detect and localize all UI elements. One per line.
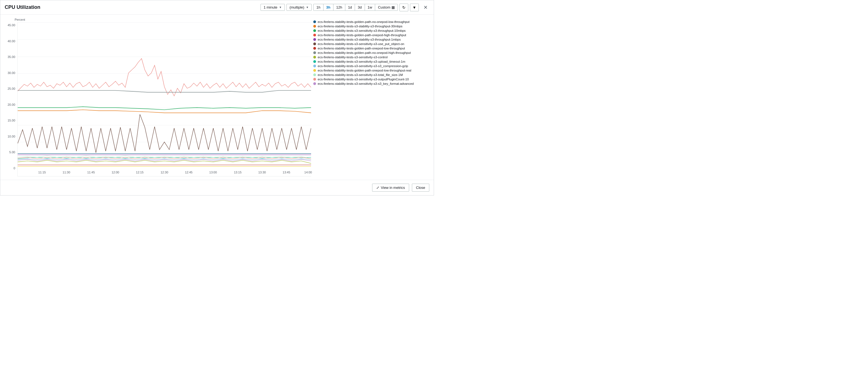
y-tick-10: 10.00 — [7, 135, 15, 138]
y-tick-5: 5.00 — [9, 151, 15, 154]
calendar-icon: ▦ — [392, 5, 395, 9]
interval-label: 1 minute — [264, 5, 277, 9]
x-tick-1300: 13:00 — [209, 171, 217, 174]
legend-dot-6 — [313, 47, 316, 50]
x-tick-1330: 13:30 — [258, 171, 266, 174]
line-green — [18, 106, 311, 110]
line-brown — [18, 114, 311, 153]
legend-label-3: ecs-firelens-stability-tests-golden-path… — [318, 33, 406, 37]
modal-content: Percent 45.00 40.00 35.00 30.00 25.00 20… — [0, 14, 434, 180]
custom-label: Custom — [378, 5, 390, 9]
view-in-metrics-label: View in metrics — [381, 186, 405, 190]
refresh-icon: ↻ — [402, 5, 406, 10]
time-range-group: 1h 3h 12h 1d 3d 1w Custom ▦ — [313, 4, 398, 11]
header-controls: 1 minute ▼ (multiple) ▼ 1h 3h 12h 1d 3d … — [260, 4, 429, 11]
legend-label-14: ecs-firelens-stability-tests-s3-sensitiv… — [318, 82, 414, 85]
legend-dot-7 — [313, 52, 316, 54]
x-tick-1230: 12:30 — [160, 171, 168, 174]
y-tick-35: 35.00 — [7, 55, 15, 59]
x-tick-1400: 14:00 — [304, 171, 312, 174]
legend-item-3: ecs-firelens-stability-tests-golden-path… — [313, 33, 429, 37]
stat-label: (multiple) — [289, 5, 304, 9]
time-btn-3h[interactable]: 3h — [323, 4, 334, 10]
custom-btn[interactable]: Custom ▦ — [375, 4, 398, 10]
legend-dot-5 — [313, 42, 316, 45]
line-olive — [18, 160, 311, 163]
interval-arrow: ▼ — [279, 6, 282, 9]
close-header-icon: ✕ — [424, 4, 428, 10]
time-btn-1h[interactable]: 1h — [314, 4, 323, 10]
x-tick-1245: 12:45 — [185, 171, 192, 174]
x-tick-1345: 13:45 — [283, 171, 290, 174]
y-tick-0: 0 — [13, 166, 15, 170]
legend-label-2: ecs-firelens-stability-tests-s3-sensitiv… — [318, 29, 406, 32]
legend-label-1: ecs-firelens-stability-tests-s3-stabilit… — [318, 25, 403, 28]
legend-item-7: ecs-firelens-stability-tests-golden-path… — [313, 51, 429, 55]
modal-header: CPU Utilization 1 minute ▼ (multiple) ▼ … — [0, 0, 434, 14]
legend-item-12: ecs-firelens-stability-tests-s3-sensitiv… — [313, 73, 429, 76]
close-footer-btn[interactable]: Close — [412, 184, 429, 192]
y-axis-label: Percent — [4, 18, 311, 21]
legend-label-11: ecs-firelens-stability-tests-golden-path… — [318, 69, 411, 72]
legend-label-10: ecs-firelens-stability-tests-s3-sensitiv… — [318, 64, 408, 68]
view-in-metrics-btn[interactable]: ⤢ View in metrics — [372, 184, 409, 192]
modal-footer: ⤢ View in metrics Close — [0, 180, 434, 195]
x-axis: 11:15 11:30 11:45 12:00 12:15 12:30 12:4… — [18, 169, 311, 176]
x-tick-1115: 11:15 — [38, 171, 46, 174]
x-tick-1145: 11:45 — [87, 171, 95, 174]
time-btn-3d[interactable]: 3d — [355, 4, 365, 10]
legend-label-13: ecs-firelens-stability-tests-s3-sensitiv… — [318, 77, 409, 81]
time-btn-1w[interactable]: 1w — [365, 4, 375, 10]
y-tick-40: 40.00 — [7, 39, 15, 43]
legend-dot-14 — [313, 82, 316, 85]
interval-dropdown[interactable]: 1 minute ▼ — [260, 4, 285, 11]
y-tick-20: 20.00 — [7, 103, 15, 106]
y-tick-30: 30.00 — [7, 71, 15, 74]
line-lightpurple — [18, 159, 311, 161]
close-header-btn[interactable]: ✕ — [422, 4, 429, 11]
line-gray — [18, 91, 311, 93]
refresh-btn[interactable]: ↻ — [400, 4, 408, 11]
chart-container: 45.00 40.00 35.00 30.00 25.00 20.00 15.0… — [4, 22, 311, 176]
close-footer-label: Close — [416, 186, 425, 190]
more-dropdown-btn[interactable]: ▼ — [410, 4, 419, 11]
legend-item-6: ecs-firelens-stability-tests-golden-path… — [313, 47, 429, 50]
legend-dot-9 — [313, 60, 316, 63]
legend-item-0: ecs-firelens-stability-tests-golden-path… — [313, 20, 429, 24]
legend-dot-1 — [313, 25, 316, 28]
legend-label-12: ecs-firelens-stability-tests-s3-sensitiv… — [318, 73, 403, 76]
legend-dot-8 — [313, 56, 316, 59]
time-btn-12h[interactable]: 12h — [334, 4, 345, 10]
legend-dot-0 — [313, 21, 316, 23]
legend-label-5: ecs-firelens-stability-tests-s3-sensitiv… — [318, 42, 404, 45]
legend-item-5: ecs-firelens-stability-tests-s3-sensitiv… — [313, 42, 429, 45]
chart-legend: ecs-firelens-stability-tests-golden-path… — [313, 18, 429, 176]
legend-label-4: ecs-firelens-stability-tests-s3-stabilit… — [318, 38, 401, 41]
legend-item-1: ecs-firelens-stability-tests-s3-stabilit… — [313, 25, 429, 28]
legend-label-6: ecs-firelens-stability-tests-golden-path… — [318, 47, 405, 50]
y-axis: 45.00 40.00 35.00 30.00 25.00 20.00 15.0… — [4, 22, 18, 176]
legend-item-4: ecs-firelens-stability-tests-s3-stabilit… — [313, 38, 429, 41]
legend-item-8: ecs-firelens-stability-tests-s3-sensitiv… — [313, 56, 429, 59]
legend-dot-12 — [313, 73, 316, 76]
stat-dropdown[interactable]: (multiple) ▼ — [286, 4, 312, 11]
time-btn-1d[interactable]: 1d — [345, 4, 355, 10]
y-tick-25: 25.00 — [7, 87, 15, 90]
y-tick-15: 15.00 — [7, 119, 15, 122]
x-tick-1130: 11:30 — [63, 171, 70, 174]
legend-label-7: ecs-firelens-stability-tests-golden-path… — [318, 51, 411, 55]
y-tick-45: 45.00 — [7, 24, 15, 27]
legend-dot-13 — [313, 78, 316, 80]
legend-dot-3 — [313, 34, 316, 36]
line-orange — [18, 110, 311, 113]
legend-item-9: ecs-firelens-stability-tests-s3-sensitiv… — [313, 60, 429, 63]
modal-title: CPU Utilization — [5, 4, 260, 10]
legend-dot-10 — [313, 65, 316, 67]
x-tick-1200: 12:00 — [112, 171, 119, 174]
legend-item-2: ecs-firelens-stability-tests-s3-sensitiv… — [313, 29, 429, 32]
legend-label-9: ecs-firelens-stability-tests-s3-sensitiv… — [318, 60, 405, 63]
legend-item-10: ecs-firelens-stability-tests-s3-sensitiv… — [313, 64, 429, 68]
legend-item-13: ecs-firelens-stability-tests-s3-sensitiv… — [313, 77, 429, 81]
legend-label-8: ecs-firelens-stability-tests-s3-sensitiv… — [318, 56, 388, 59]
external-link-icon: ⤢ — [376, 186, 379, 190]
